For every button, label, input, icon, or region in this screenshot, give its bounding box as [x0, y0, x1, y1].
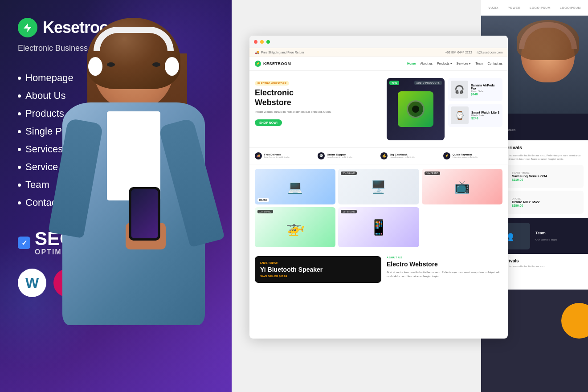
drone-arrival-info: DRONE Drone NOY 6522 $290.00 — [512, 197, 540, 207]
nav-bullet — [18, 148, 21, 151]
tablet-card-img: 💻 BRAND — [255, 169, 335, 204]
feature-support-desc: Interdum enim sollicitudin. — [327, 156, 353, 159]
drone-badge: 12+ BRAND — [257, 210, 273, 213]
nav-bullet — [18, 184, 21, 187]
headphones — [85, 27, 183, 76]
drone-price: $290.00 — [512, 204, 540, 207]
brand-vuzix: VUZIX — [488, 6, 498, 9]
product-card-watch[interactable]: ⌚ Smart Watch Lite-3 Flash Sale $249 — [448, 104, 502, 127]
browser-bar — [249, 36, 508, 48]
nav-bullet — [18, 166, 21, 169]
hero-badge: ELECTRO WEBSTORE — [255, 81, 289, 86]
feature-payment: ⚡ Quick Payment Interdum enim sollicitud… — [443, 152, 502, 159]
brand-logo3: logoipsum — [530, 6, 551, 9]
about-text: At et at auctor leo convallis facilisi l… — [387, 270, 502, 278]
hero-right: 70% AUDIO PRODUCTS 🎧 — [387, 78, 502, 140]
feature-delivery: 🚚 Free Delivery Interdum enim sollicitud… — [255, 152, 314, 159]
product-card-laptop[interactable]: 🖥️ 25+ BRAND — [338, 169, 419, 204]
brand-logo-icon — [18, 18, 37, 37]
airpods-info: Banana AirPods Pro Flash Sale $348 — [471, 84, 500, 96]
about-section: ENDS TODAY! Yi Bluetooth Speaker SAVE 30… — [249, 252, 508, 287]
feature-support: 💬 Online Support Interdum enim sollicitu… — [318, 152, 377, 159]
site-logo-icon: ⚡ — [255, 61, 261, 67]
product-card-tablet[interactable]: 💻 BRAND — [255, 169, 335, 204]
feature-cashback: 💰 Big Cashback Interdum enim sollicitudi… — [380, 152, 440, 159]
hero-title: Electronic Webstore — [255, 88, 381, 107]
features-row: 🚚 Free Delivery Interdum enim sollicitud… — [249, 147, 508, 164]
seo-check-icon: ✓ — [18, 237, 30, 249]
airpods-img: 🎧 — [451, 81, 468, 98]
hero-product-main: 70% AUDIO PRODUCTS — [387, 78, 445, 140]
feature-delivery-desc: Interdum enim sollicitudin. — [264, 156, 290, 159]
topbar-left: 🚚 Free Shipping and Free Return — [255, 50, 304, 54]
brand-logo4: logoipsum — [560, 6, 581, 9]
nav-bullet — [18, 201, 21, 204]
promo-ends: ENDS TODAY! — [260, 261, 376, 264]
nav-services[interactable]: Services ▾ — [457, 62, 471, 65]
browser-content: 🚚 Free Shipping and Free Return +62 864 … — [249, 48, 508, 339]
browser-maximize-dot[interactable] — [266, 40, 270, 44]
audio-products-label: AUDIO PRODUCTS — [414, 81, 442, 85]
svg-marker-0 — [24, 23, 32, 32]
watch-info: Smart Watch Lite-3 Flash Sale $249 — [471, 111, 499, 120]
hero-desc: Integer volutpat cursus dis nulla ut ult… — [255, 110, 381, 114]
airpods-name: Banana AirPods Pro — [471, 84, 500, 90]
watch-name: Smart Watch Lite-3 — [471, 111, 499, 114]
phone — [129, 187, 160, 241]
laptop-card-img: 🖥️ 25+ BRAND — [338, 169, 419, 204]
hero-title-line2: Webstore — [255, 98, 291, 107]
eye-left — [107, 62, 115, 67]
nav-contact[interactable]: Contact us — [488, 62, 502, 65]
drone-card-img: 🚁 12+ BRAND — [255, 207, 335, 247]
product-card-iphone[interactable]: 📱 15+ BRAND — [338, 207, 419, 247]
phone-screen — [131, 189, 158, 238]
discount-badge: 70% — [389, 81, 399, 85]
watch-img: ⌚ — [451, 106, 469, 124]
brands-bar: VUZIX POWER logoipsum logoipsum — [481, 0, 588, 16]
product-card-airpods[interactable]: 🎧 Banana AirPods Pro Flash Sale $348 — [448, 78, 502, 101]
nav-team[interactable]: Team — [475, 62, 483, 65]
smartphone-price: $210.00 — [512, 178, 547, 181]
person-eyes — [107, 62, 160, 67]
site-nav: ⚡ KESETROOM Home About us Products ▾ Ser… — [249, 57, 508, 71]
nav-bullet — [18, 94, 21, 98]
watch-price: $249 — [471, 117, 499, 120]
product-card-drone[interactable]: 🚁 12+ BRAND — [255, 207, 335, 247]
drone-name: Drone NOY 6522 — [512, 200, 540, 204]
nav-bullet — [18, 130, 21, 133]
hero-shop-button[interactable]: SHOP NOW! — [255, 119, 282, 126]
cashback-icon: 💰 — [380, 152, 388, 159]
site-nav-links: Home About us Products ▾ Services ▾ Team… — [407, 62, 502, 65]
site-logo-name: KESETROOM — [263, 61, 291, 66]
nav-home[interactable]: Home — [407, 62, 416, 65]
smartphone-arrival-info: SMARTPHONE Samsung Venus G34 $210.00 — [512, 172, 547, 181]
product-card-tv[interactable]: 📺 10+ BRAND — [422, 169, 502, 204]
laptop-badge: 25+ BRAND — [341, 172, 356, 175]
delivery-icon: 🚚 — [255, 152, 262, 159]
tablet-badge: BRAND — [257, 198, 269, 202]
browser-close-dot[interactable] — [254, 40, 257, 44]
person-body — [49, 18, 218, 392]
promo-title: Yi Bluetooth Speaker — [260, 266, 376, 273]
hero-left: ELECTRO WEBSTORE Electronic Webstore Int… — [255, 78, 381, 126]
smartphone-name: Samsung Venus G34 — [512, 174, 547, 178]
eye-right — [152, 62, 160, 67]
site-content: 🚚 Free Shipping and Free Return +62 864 … — [249, 48, 508, 339]
model-photo — [36, 13, 232, 392]
brand-power: POWER — [508, 6, 521, 9]
nav-products[interactable]: Products ▾ — [437, 62, 452, 65]
tv-badge: 10+ BRAND — [425, 172, 440, 175]
site-topbar: 🚚 Free Shipping and Free Return +62 864 … — [249, 48, 508, 57]
feature-delivery-text: Free Delivery Interdum enim sollicitudin… — [264, 153, 290, 159]
nav-about[interactable]: About us — [420, 62, 433, 65]
topbar-email: hi@kesetroom.com — [476, 51, 502, 54]
topbar-right: +62 864 6444 2222 hi@kesetroom.com — [445, 51, 502, 54]
team-text: Team Our talented team — [535, 230, 557, 242]
support-icon: 💬 — [318, 152, 325, 159]
browser-minimize-dot[interactable] — [260, 40, 264, 44]
right-panel: 🚚 Free Shipping and Free Return +62 864 … — [232, 0, 588, 392]
headphone-band — [94, 27, 174, 51]
feature-payment-text: Quick Payment Interdum enim sollicitudin… — [453, 153, 478, 159]
speaker-inner — [412, 106, 419, 113]
feature-support-text: Online Support Interdum enim sollicitudi… — [327, 153, 353, 159]
